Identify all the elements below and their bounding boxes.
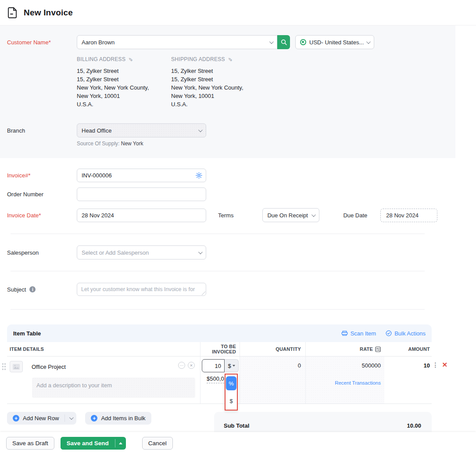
check-circle-icon [386, 330, 392, 336]
scan-item-link[interactable]: Scan Item [341, 330, 376, 337]
billing-line: 15, Zylker Street [77, 75, 171, 83]
item-details-top: Office Project [7, 361, 197, 372]
customer-search-button[interactable] [277, 35, 290, 49]
bulk-actions-link[interactable]: Bulk Actions [386, 330, 426, 337]
billing-line: U.S.A. [77, 100, 171, 108]
source-of-supply-label: Source Of Supply: [77, 141, 119, 147]
add-items-in-bulk-button[interactable]: + Add Items in Bulk [85, 412, 151, 425]
rate-settings-icon[interactable] [375, 346, 381, 352]
quantity-value: 0 [298, 362, 301, 369]
sub-total-row: Sub Total 10.00 [224, 422, 421, 429]
caret-down-icon [233, 365, 235, 367]
cell-rate[interactable]: 500000 Recent Transactions [305, 357, 384, 404]
cell-to-be-invoiced: $ $500,0 % $ [200, 357, 240, 404]
image-icon [12, 364, 20, 370]
invoice-number-label: Invoice#* [7, 172, 77, 179]
order-number-input[interactable] [77, 187, 206, 201]
invoice-date-label: Invoice Date* [7, 212, 77, 219]
item-clear-icon[interactable]: × [188, 362, 195, 369]
currency-select-value: USD- United States... [309, 39, 364, 46]
footer-bar: Save as Draft Save and Send Cancel [0, 432, 476, 454]
subject-label-wrap: Subject i [7, 286, 77, 293]
scan-icon [341, 330, 348, 336]
customer-panel: Customer Name* Aaron Brown USD- United S… [0, 25, 455, 158]
currency-select[interactable]: USD- United States... [295, 35, 374, 49]
sub-total-value: 10.00 [407, 422, 421, 429]
gear-icon[interactable] [195, 172, 203, 179]
customer-name-label: Customer Name* [7, 39, 77, 46]
subject-area [77, 283, 206, 296]
shipping-line: New York, New York County, [171, 83, 265, 92]
source-of-supply-value: New York [121, 141, 143, 147]
billing-address: BILLING ADDRESS ✎ 15, Zylker Street 15, … [77, 56, 171, 108]
chevron-down-icon [366, 40, 371, 44]
invoice-details-section: Invoice#* Order Number Invoice Date* Ter… [0, 158, 476, 310]
unit-option-dollar[interactable]: $ [226, 394, 236, 408]
item-image-placeholder[interactable] [10, 361, 23, 372]
billing-address-label: BILLING ADDRESS [77, 56, 125, 62]
shipping-address-header: SHIPPING ADDRESS ✎ [171, 56, 265, 62]
invoiced-group: $ [202, 359, 240, 372]
add-items-in-bulk-label: Add Items in Bulk [101, 415, 145, 422]
billing-line: New York, 10001 [77, 92, 171, 100]
plus-icon: + [13, 415, 19, 422]
shipping-line: U.S.A. [171, 100, 265, 108]
plus-icon: + [91, 415, 97, 422]
amount-value: 10 [424, 362, 430, 369]
unit-option-percent[interactable]: % [226, 376, 236, 390]
due-date-input[interactable]: 28 Nov 2024 [380, 209, 437, 222]
resize-handle-icon[interactable] [202, 292, 205, 295]
subject-label: Subject [7, 286, 26, 293]
shipping-line: 15, Zylker Street [171, 75, 265, 83]
item-name[interactable]: Office Project [32, 364, 66, 370]
billing-line: 15, Zylker Street [77, 67, 171, 75]
to-be-invoiced-input[interactable] [202, 359, 225, 372]
add-row-caret[interactable] [65, 412, 76, 425]
drag-handle[interactable] [2, 363, 6, 371]
order-number-row: Order Number [7, 187, 476, 201]
order-number-label: Order Number [7, 191, 77, 198]
save-and-send-caret[interactable] [115, 437, 126, 450]
recent-transactions-link[interactable]: Recent Transactions [306, 380, 381, 386]
save-as-draft-button[interactable]: Save as Draft [6, 437, 54, 450]
rate-value: 500000 [362, 362, 381, 369]
invoice-date-input[interactable] [77, 209, 206, 222]
add-new-row-button[interactable]: + Add New Row [7, 412, 64, 425]
row-menu-icon[interactable]: ⋮ [432, 362, 438, 368]
chevron-down-icon [69, 415, 74, 420]
save-and-send-button[interactable]: Save and Send [61, 437, 115, 450]
table-column-headers: ITEM DETAILS TO BE INVOICED QUANTITY RAT… [7, 342, 432, 357]
invoiced-of-amount: $500,0 [207, 375, 224, 383]
edit-shipping-icon[interactable]: ✎ [227, 57, 233, 61]
section-divider [11, 234, 425, 234]
cancel-button[interactable]: Cancel [142, 437, 173, 450]
delete-row-icon[interactable]: ✕ [442, 362, 447, 368]
col-rate: RATE [305, 342, 384, 356]
row-actions: ⋮ ✕ [432, 362, 447, 368]
cell-quantity[interactable]: 0 [240, 357, 305, 404]
item-table-links: Scan Item Bulk Actions [341, 330, 426, 337]
currency-icon [300, 39, 306, 45]
unit-dropdown-menu: % $ [225, 374, 238, 411]
item-description-input[interactable] [32, 378, 195, 398]
salesperson-select[interactable]: Select or Add Salesperson [77, 245, 206, 259]
unit-dropdown-button[interactable]: $ [225, 359, 239, 372]
branch-row: Branch Head Office [7, 123, 455, 137]
invoice-number-input[interactable] [77, 169, 206, 182]
cell-item-details: Office Project ··· × [7, 357, 200, 404]
shipping-line: 15, Zylker Street [171, 67, 265, 75]
branch-select-value: Head Office [82, 127, 111, 134]
sub-total-label: Sub Total [224, 422, 249, 429]
item-table-title: Item Table [13, 330, 41, 337]
info-icon: i [29, 286, 36, 292]
salesperson-row: Salesperson Select or Add Salesperson [7, 245, 476, 259]
item-more-icon[interactable]: ··· [178, 362, 185, 369]
cell-amount: 10 [384, 357, 432, 404]
col-amount: AMOUNT [384, 346, 432, 352]
subject-input[interactable] [77, 283, 206, 296]
edit-billing-icon[interactable]: ✎ [127, 57, 133, 61]
branch-select[interactable]: Head Office [77, 123, 206, 137]
terms-select[interactable]: Due On Receipt [262, 208, 319, 222]
billing-line: New York, New York County, [77, 83, 171, 92]
customer-select[interactable]: Aaron Brown [77, 35, 277, 49]
